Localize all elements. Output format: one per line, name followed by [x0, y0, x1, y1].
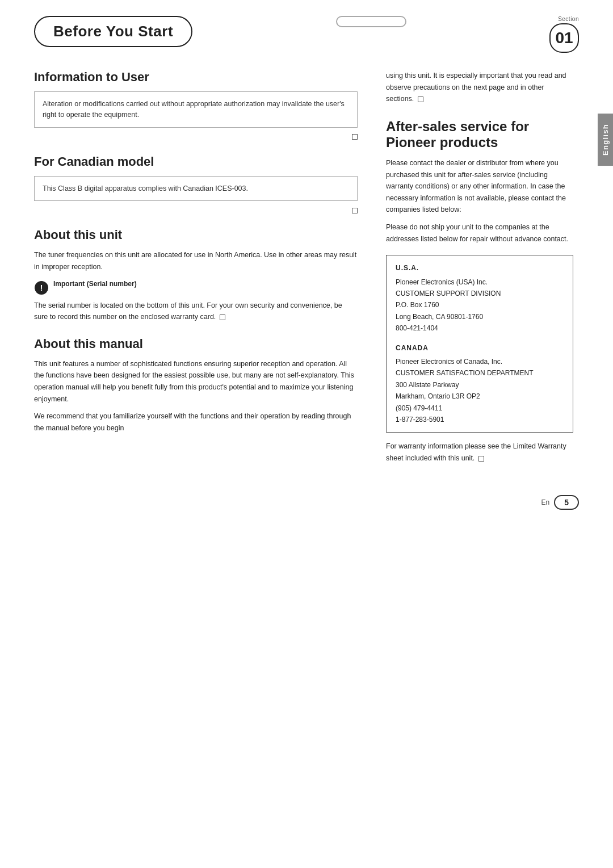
language-label: English — [601, 124, 610, 156]
usa-contact: U.S.A. Pioneer Electronics (USA) Inc. CU… — [396, 262, 564, 334]
about-unit-heading: About this unit — [34, 228, 358, 242]
info-to-user-section: Information to User Alteration or modifi… — [34, 70, 358, 141]
canada-line4: Markham, Ontario L3R OP2 — [396, 391, 564, 402]
about-manual-heading: About this manual — [34, 337, 358, 351]
info-to-user-icon-row — [34, 132, 358, 141]
info-to-user-text: Alteration or modifications carried out … — [43, 100, 345, 119]
section-label: Section — [558, 16, 579, 22]
canada-line2: CUSTOMER SATISFACTION DEPARTMENT — [396, 367, 564, 379]
svg-text:!: ! — [40, 283, 43, 292]
usa-heading: U.S.A. — [396, 262, 564, 274]
usa-line3: P.O. Box 1760 — [396, 299, 564, 311]
left-column: Information to User Alteration or modifi… — [0, 70, 375, 478]
usa-line1: Pioneer Electronics (USA) Inc. — [396, 276, 564, 288]
usa-line2: CUSTOMER SUPPORT DIVISION — [396, 288, 564, 299]
square-icon-5 — [478, 456, 484, 462]
about-manual-section: About this manual This unit features a n… — [34, 337, 358, 434]
top-bar: Before You Start Section 01 — [0, 0, 613, 53]
contact-box: U.S.A. Pioneer Electronics (USA) Inc. CU… — [386, 255, 573, 433]
section-number: 01 — [555, 29, 573, 47]
right-column: using this unit. It is especially import… — [375, 70, 613, 478]
square-icon-1 — [352, 134, 358, 140]
canadian-model-heading: For Canadian model — [34, 154, 358, 169]
info-to-user-box: Alteration or modifications carried out … — [34, 91, 358, 128]
canadian-model-text: This Class B digital apparatus complies … — [43, 184, 248, 192]
en-label: En — [541, 498, 550, 506]
before-you-start-badge: Before You Start — [34, 16, 192, 47]
english-tab: English — [598, 114, 613, 166]
canada-line5: (905) 479-4411 — [396, 402, 564, 414]
usa-line4: Long Beach, CA 90801-1760 — [396, 311, 564, 322]
warranty-note: For warranty information please see the … — [386, 441, 573, 464]
before-you-start-label: Before You Start — [53, 23, 173, 40]
after-sales-body2: Please do not ship your unit to the comp… — [386, 221, 573, 245]
footer-bar: En 5 — [0, 484, 613, 510]
section-badge-area: Section 01 — [549, 16, 579, 53]
about-manual-body2: We recommend that you familiarize yourse… — [34, 410, 358, 434]
usa-line5: 800-421-1404 — [396, 322, 564, 334]
about-unit-section: About this unit The tuner frequencies on… — [34, 228, 358, 323]
empty-pill — [336, 16, 406, 27]
continued-text: using this unit. It is especially import… — [386, 70, 573, 105]
canada-line1: Pioneer Electronics of Canada, Inc. — [396, 356, 564, 367]
square-icon-3 — [220, 315, 225, 320]
after-sales-heading: After-sales service for Pioneer products — [386, 119, 573, 150]
after-sales-section: After-sales service for Pioneer products… — [386, 119, 573, 464]
canada-line6: 1-877-283-5901 — [396, 414, 564, 425]
info-to-user-heading: Information to User — [34, 70, 358, 85]
page-number-pill: 5 — [554, 495, 579, 510]
important-icon: ! — [34, 280, 49, 295]
canadian-model-icon-row — [34, 206, 358, 214]
page-number: 5 — [564, 498, 569, 507]
important-note: ! Important (Serial number) — [34, 280, 358, 295]
important-body: The serial number is located on the bott… — [34, 300, 358, 323]
section-number-pill: 01 — [549, 23, 579, 53]
canada-contact: CANADA Pioneer Electronics of Canada, In… — [396, 342, 564, 426]
canadian-model-section: For Canadian model This Class B digital … — [34, 154, 358, 215]
square-icon-2 — [352, 208, 358, 213]
square-icon-4 — [418, 97, 423, 102]
canada-line3: 300 Allstate Parkway — [396, 379, 564, 391]
canada-heading: CANADA — [396, 342, 564, 354]
after-sales-body1: Please contact the dealer or distributor… — [386, 157, 573, 216]
page: Before You Start Section 01 English Info… — [0, 0, 613, 868]
about-unit-body: The tuner frequencies on this unit are a… — [34, 249, 358, 272]
canadian-model-box: This Class B digital apparatus complies … — [34, 176, 358, 202]
important-label: Important (Serial number) — [53, 280, 137, 288]
about-manual-body1: This unit features a number of sophistic… — [34, 358, 358, 405]
main-content: Information to User Alteration or modifi… — [0, 70, 613, 478]
